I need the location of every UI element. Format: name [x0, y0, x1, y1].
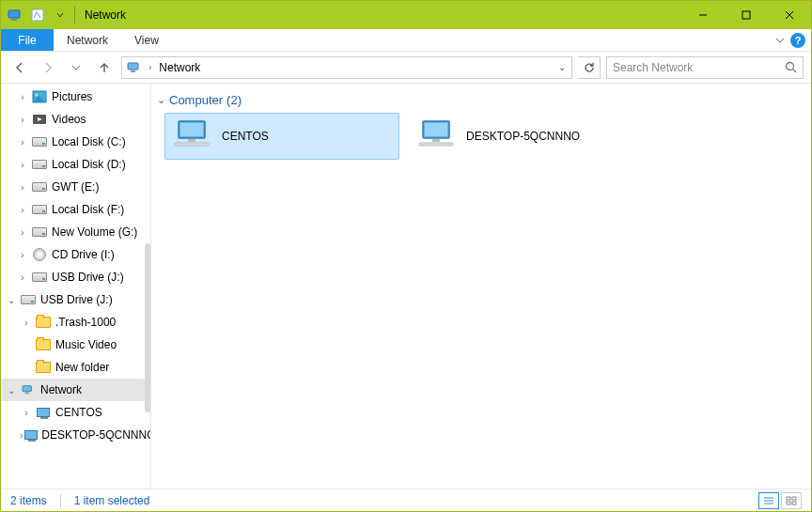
close-button[interactable]	[768, 2, 811, 29]
explorer-window: Network File Network View ? › Network ⌄	[0, 0, 812, 512]
svg-rect-28	[787, 497, 790, 500]
tree-item-new-volume-g[interactable]: ›New Volume (G:)	[1, 221, 150, 243]
computer-item-centos[interactable]: CENTOS	[164, 113, 399, 160]
tree-item-network[interactable]: ⌄Network	[1, 379, 150, 401]
drive-icon	[31, 134, 48, 149]
navigation-pane[interactable]: ›Pictures›Videos›Local Disk (C:)›Local D…	[1, 84, 151, 489]
chevron-right-icon[interactable]: ›	[148, 62, 151, 72]
quick-access-toolbar	[27, 5, 70, 25]
expand-icon[interactable]: ›	[16, 115, 29, 125]
svg-point-9	[787, 63, 794, 70]
drive-icon	[31, 270, 48, 285]
network-icon	[20, 382, 37, 397]
folder-icon	[35, 315, 52, 330]
expand-icon[interactable]: ›	[16, 92, 29, 102]
computer-icon	[24, 427, 38, 442]
address-dropdown-icon[interactable]: ⌄	[556, 62, 568, 72]
tree-label: Local Disk (C:)	[52, 135, 126, 148]
maximize-button[interactable]	[725, 2, 768, 29]
pictures-icon	[31, 89, 48, 104]
svg-rect-19	[188, 139, 195, 142]
tree-item-desktop-5qcnnno[interactable]: ›DESKTOP-5QCNNNO	[1, 424, 150, 446]
status-separator	[60, 494, 61, 507]
status-bar: 2 items 1 item selected	[1, 489, 811, 511]
svg-rect-2	[32, 9, 43, 21]
svg-rect-7	[128, 63, 138, 70]
tree-label: .Trash-1000	[55, 316, 116, 329]
tree-label: DESKTOP-5QCNNNO	[41, 428, 150, 442]
group-count: (2)	[226, 93, 242, 107]
tree-item-local-disk-d[interactable]: ›Local Disk (D:)	[1, 153, 150, 176]
up-button[interactable]	[93, 56, 116, 79]
tree-label: New folder	[55, 361, 109, 374]
tree-item-local-disk-f[interactable]: ›Local Disk (F:)	[1, 198, 150, 221]
tree-item-centos[interactable]: ›CENTOS	[1, 401, 150, 424]
ribbon-expand-icon[interactable]	[775, 36, 785, 45]
forward-button[interactable]	[37, 56, 59, 79]
tree-item-pictures[interactable]: ›Pictures	[1, 85, 150, 108]
cd-icon	[31, 247, 48, 262]
expand-icon[interactable]: ›	[16, 250, 29, 260]
view-large-icons-button[interactable]	[781, 492, 802, 509]
address-bar[interactable]: › Network ⌄	[121, 56, 572, 79]
tree-item-cd-drive-i[interactable]: ›CD Drive (I:)	[1, 243, 150, 266]
expand-icon[interactable]: ›	[16, 137, 29, 147]
tree-item-local-disk-c[interactable]: ›Local Disk (C:)	[1, 131, 150, 153]
group-header-computer[interactable]: ⌄ Computer (2)	[157, 93, 805, 107]
expand-icon[interactable]: ›	[20, 318, 33, 328]
tree-label: Local Disk (F:)	[52, 203, 124, 216]
qat-properties-icon[interactable]	[27, 5, 48, 25]
address-icon	[126, 60, 143, 75]
file-tab[interactable]: File	[1, 29, 54, 51]
expand-icon[interactable]: ›	[16, 182, 29, 193]
svg-line-10	[793, 70, 797, 73]
tree-label: CD Drive (I:)	[52, 248, 115, 261]
breadcrumb-network[interactable]: Network	[157, 61, 202, 74]
content-pane[interactable]: ⌄ Computer (2) CENTOSDESKTOP-5QCNNNO	[151, 84, 811, 489]
body: ›Pictures›Videos›Local Disk (C:)›Local D…	[1, 84, 811, 489]
back-button[interactable]	[8, 56, 31, 79]
computer-icon	[173, 117, 214, 155]
expand-icon[interactable]: ›	[16, 205, 29, 215]
expand-icon[interactable]: ›	[20, 430, 23, 441]
view-details-button[interactable]	[758, 492, 779, 509]
expand-icon[interactable]: ›	[16, 272, 29, 283]
svg-rect-30	[787, 502, 790, 504]
help-button[interactable]: ?	[790, 33, 805, 48]
computer-icon	[417, 117, 459, 155]
tree-item-new-folder[interactable]: ›New folder	[1, 356, 150, 379]
tree-label: Music Video	[55, 338, 117, 351]
titlebar-separator	[74, 7, 75, 23]
search-icon[interactable]	[785, 61, 797, 73]
expand-icon[interactable]: ⌄	[5, 385, 18, 396]
folder-icon	[35, 337, 52, 352]
expand-icon[interactable]: ›	[16, 160, 29, 170]
tree-item-usb-drive-j[interactable]: ›USB Drive (J:)	[1, 266, 150, 288]
minimize-button[interactable]	[681, 2, 725, 29]
chevron-down-icon[interactable]: ⌄	[157, 94, 165, 106]
computer-item-desktop-5qcnnno[interactable]: DESKTOP-5QCNNNO	[409, 113, 644, 160]
svg-rect-1	[11, 19, 17, 21]
expand-icon[interactable]: ⌄	[5, 295, 18, 305]
svg-rect-20	[175, 143, 209, 146]
tree-item-gwt-e[interactable]: ›GWT (E:)	[1, 176, 150, 198]
titlebar: Network	[1, 1, 811, 29]
tree-item-music-video[interactable]: ›Music Video	[1, 334, 150, 356]
tree-item-usb-drive-j[interactable]: ⌄USB Drive (J:)	[1, 288, 150, 311]
expand-icon[interactable]: ›	[20, 408, 33, 418]
search-box[interactable]	[606, 56, 804, 79]
videos-icon	[31, 112, 48, 127]
qat-dropdown-icon[interactable]	[50, 5, 70, 25]
ribbon-tab-network[interactable]: Network	[54, 29, 121, 51]
recent-locations-button[interactable]	[65, 56, 87, 79]
ribbon: File Network View ?	[1, 29, 811, 52]
ribbon-tab-view[interactable]: View	[121, 29, 172, 51]
expand-icon[interactable]: ›	[16, 227, 29, 238]
refresh-button[interactable]	[578, 56, 601, 79]
folder-icon	[35, 360, 52, 375]
search-input[interactable]	[613, 61, 785, 74]
tree-item-trash-1000[interactable]: ›.Trash-1000	[1, 311, 150, 334]
item-label: CENTOS	[222, 130, 269, 143]
tree-item-videos[interactable]: ›Videos	[1, 108, 150, 131]
tree-label: New Volume (G:)	[52, 225, 137, 239]
